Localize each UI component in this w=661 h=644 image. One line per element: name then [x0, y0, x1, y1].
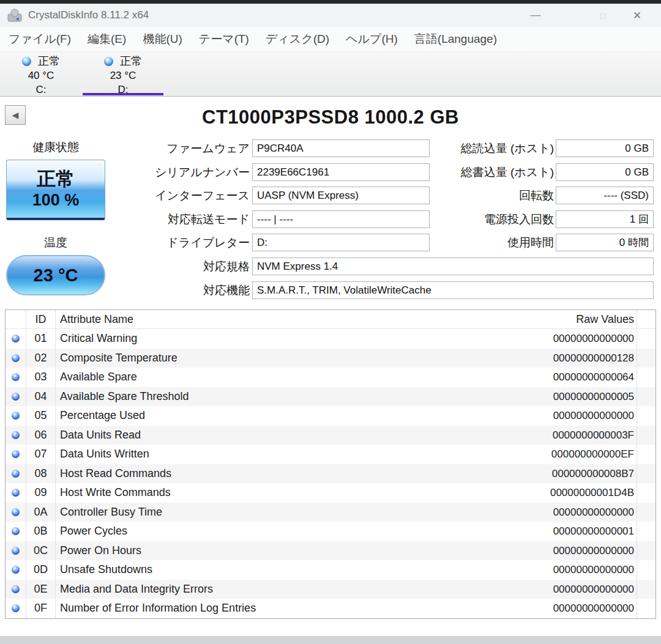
- info-field-row: 対応規格 NVM Express 1.4: [92, 257, 654, 275]
- temperature-badge[interactable]: 23 °C: [6, 255, 105, 295]
- attribute-name: Unsafe Shutdowns: [56, 563, 509, 576]
- menu-item[interactable]: 編集(E): [88, 31, 126, 47]
- menu-item[interactable]: ファイル(F): [9, 31, 71, 47]
- table-row: 02 Composite Temperature 00000000000128: [6, 349, 655, 368]
- table-row: 04 Available Spare Threshold 00000000000…: [6, 387, 655, 407]
- table-header-row: ID Attribute Name Raw Values: [6, 310, 655, 329]
- info-field-label: 電源投入回数: [404, 210, 554, 228]
- attribute-raw-value: 00000000000000: [509, 406, 637, 426]
- info-field-value: D:: [252, 234, 430, 251]
- attribute-name-column-header: Attribute Name: [56, 313, 509, 326]
- attribute-status-orb-icon: [12, 585, 20, 593]
- attribute-name: Percentage Used: [56, 409, 509, 422]
- table-row: 0D Unsafe Shutdowns 00000000000000: [6, 560, 655, 580]
- info-field-row: 電源投入回数 1 回: [404, 210, 654, 228]
- attribute-id: 03: [26, 368, 56, 387]
- table-row: 07 Data Units Written 000000000000EF: [6, 445, 655, 464]
- title-bar: CrystalDiskInfo 8.11.2 x64: [0, 4, 661, 27]
- info-field-value: 1 回: [556, 210, 654, 228]
- table-row: 05 Percentage Used 00000000000000: [6, 406, 655, 426]
- attribute-raw-value: 00000000000000: [509, 503, 637, 522]
- attribute-id: 0C: [26, 541, 56, 561]
- drive-info-fields-wide: 対応規格 NVM Express 1.4 対応機能 S.M.A.R.T., TR…: [92, 257, 654, 299]
- info-field-label: インターフェース: [92, 187, 250, 204]
- info-field-label: ドライブレター: [92, 234, 250, 251]
- info-field-row: ドライブレター D:: [92, 234, 430, 251]
- info-field-row: 総読込量 (ホスト) 0 GB: [404, 139, 654, 157]
- attribute-id: 0E: [26, 580, 56, 599]
- minimize-button[interactable]: —: [518, 4, 553, 27]
- info-field-row: ファームウェア P9CR40A: [92, 139, 430, 157]
- id-column-header: ID: [26, 310, 56, 329]
- drive-temp-text: 40 °C: [28, 68, 54, 83]
- maximize-button[interactable]: □: [585, 4, 621, 27]
- info-field-value: ---- (SSD): [556, 187, 654, 204]
- attribute-status-orb-icon: [12, 412, 20, 420]
- attribute-raw-value: 00000000000001: [509, 522, 637, 541]
- info-field-label: 総読込量 (ホスト): [404, 139, 554, 157]
- health-status-badge[interactable]: 正常 100 %: [6, 160, 105, 220]
- attribute-name: Composite Temperature: [56, 352, 509, 365]
- drive-tab[interactable]: 正常 40 °C C:: [0, 52, 82, 96]
- attribute-name: Number of Error Information Log Entries: [56, 602, 509, 615]
- attribute-id: 07: [26, 445, 56, 464]
- attribute-name: Data Units Written: [56, 448, 509, 461]
- info-field-value: S.M.A.R.T., TRIM, VolatileWriteCache: [252, 281, 654, 299]
- attribute-id: 0D: [26, 560, 56, 580]
- info-field-label: シリアルナンバー: [92, 163, 250, 181]
- attribute-raw-value: 00000000000064: [509, 368, 637, 387]
- table-row: 0B Power Cycles 00000000000001: [6, 522, 655, 541]
- app-icon: [7, 8, 23, 23]
- table-row: 01 Critical Warning 00000000000000: [6, 329, 655, 349]
- attribute-name: Media and Data Integrity Errors: [56, 583, 509, 596]
- window-bottom-edge: [0, 636, 661, 644]
- health-percent-value: 100 %: [32, 190, 80, 210]
- table-row: 06 Data Units Read 0000000000003F: [6, 426, 655, 445]
- health-status-label: 健康状態: [6, 139, 105, 155]
- attribute-name: Available Spare: [56, 371, 509, 383]
- attribute-raw-value: 00000000000000: [509, 541, 637, 561]
- attribute-id: 02: [26, 349, 56, 368]
- menu-item[interactable]: ヘルプ(H): [346, 31, 398, 47]
- info-field-value: UASP (NVM Express): [252, 187, 430, 204]
- info-field-label: ファームウェア: [92, 139, 250, 157]
- temperature-label: 温度: [6, 235, 105, 251]
- crystaldiskinfo-window: CrystalDiskInfo 8.11.2 x64 — □ ✕ ファイル(F)…: [0, 0, 661, 644]
- attribute-name: Power On Hours: [56, 544, 509, 557]
- attribute-name: Host Write Commands: [56, 486, 509, 499]
- info-field-value: 2239E66C1961: [252, 163, 430, 181]
- menu-item[interactable]: テーマ(T): [199, 31, 249, 47]
- menu-item[interactable]: 言語(Language): [414, 31, 497, 47]
- attribute-name: Controller Busy Time: [56, 506, 509, 519]
- menu-item[interactable]: ディスク(D): [266, 31, 329, 47]
- attribute-raw-value: 00000000000000: [509, 560, 637, 580]
- drive-status-orb-icon: [104, 57, 113, 66]
- selected-tab-underline: [83, 93, 163, 95]
- attribute-id: 08: [26, 464, 56, 484]
- drive-tab[interactable]: 正常 23 °C D:: [82, 52, 164, 96]
- attribute-status-orb-icon: [12, 470, 20, 478]
- attribute-id: 05: [26, 406, 56, 426]
- attribute-status-orb-icon: [12, 335, 20, 342]
- attribute-raw-value: 00000000001D4B: [509, 483, 637, 503]
- info-field-row: シリアルナンバー 2239E66C1961: [92, 163, 430, 181]
- info-field-label: 対応転送モード: [92, 210, 250, 228]
- info-field-label: 使用時間: [404, 234, 554, 251]
- attribute-status-orb-icon: [12, 527, 20, 535]
- info-field-row: 総書込量 (ホスト) 0 GB: [404, 163, 654, 181]
- table-row: 09 Host Write Commands 00000000001D4B: [6, 483, 655, 503]
- table-row: 0F Number of Error Information Log Entri…: [6, 599, 655, 618]
- info-field-label: 対応機能: [92, 281, 250, 299]
- close-button[interactable]: ✕: [619, 4, 655, 27]
- menu-item[interactable]: 機能(U): [143, 31, 182, 47]
- attribute-id: 0B: [26, 522, 56, 541]
- drive-tab-strip: 正常 40 °C C: 正常 23 °C D:: [0, 51, 661, 97]
- attribute-id: 0F: [26, 599, 56, 618]
- info-field-row: 回転数 ---- (SSD): [404, 187, 654, 204]
- info-field-label: 回転数: [404, 187, 554, 204]
- attribute-status-orb-icon: [12, 547, 20, 555]
- attribute-status-orb-icon: [12, 604, 20, 612]
- attribute-status-orb-icon: [12, 489, 20, 497]
- drive-temp-text: 23 °C: [110, 68, 136, 83]
- attribute-raw-value: 0000000000003F: [509, 426, 637, 445]
